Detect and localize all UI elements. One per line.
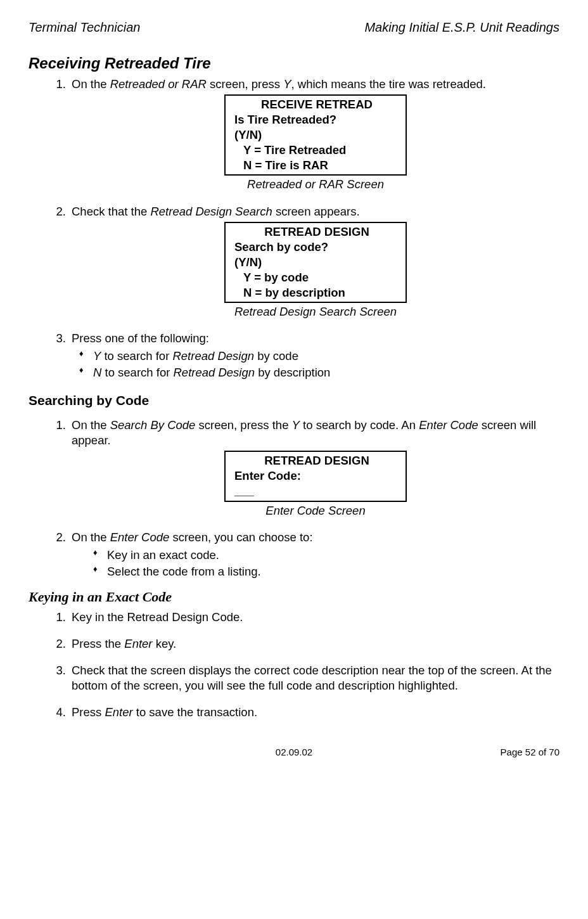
text: to search for — [101, 366, 173, 379]
header-left: Terminal Technician — [29, 19, 140, 35]
screen-ref: Enter Code — [419, 418, 478, 432]
screen-blank: ___ — [234, 484, 399, 499]
keying-list: Key in the Retread Design Code. Press th… — [29, 610, 559, 720]
list-item: Select the code from a listing. — [107, 564, 559, 579]
list-item: N to search for Retread Design by descri… — [93, 365, 559, 380]
keying-step-1: Key in the Retread Design Code. — [69, 610, 559, 625]
key-ref: Y — [283, 77, 291, 91]
key-ref: Y — [292, 418, 300, 432]
text: Press the — [72, 637, 124, 650]
receiving-step-2: Check that the Retread Design Search scr… — [69, 204, 559, 319]
text: to save the transaction. — [133, 705, 257, 719]
screen-title: RETREAD DESIGN — [234, 224, 399, 240]
key-ref: Enter — [124, 637, 152, 650]
retread-design-screen: RETREAD DESIGN Search by code? (Y/N) Y =… — [224, 222, 407, 303]
text: key. — [153, 637, 177, 650]
screen-option: Y = by code — [234, 270, 399, 285]
screen-ref: Enter Code — [110, 530, 170, 544]
screen-option: Y = Tire Retreaded — [234, 143, 399, 158]
key-ref: Y — [93, 349, 101, 363]
screen-caption: Retread Design Search Screen — [72, 304, 559, 319]
searching-list: On the Search By Code screen, press the … — [29, 418, 559, 579]
text: by description — [255, 366, 330, 379]
key-ref: Enter — [105, 705, 132, 719]
bullet-list: Key in an exact code. Select the code fr… — [72, 548, 559, 579]
searching-by-code-title: Searching by Code — [29, 392, 559, 409]
screen-title: RECEIVE RETREAD — [234, 97, 399, 112]
text: Press one of the following: — [72, 331, 209, 345]
text: Check that the — [72, 205, 150, 218]
text: to search by code. An — [300, 418, 419, 432]
screen-ref: Search By Code — [110, 418, 196, 432]
text: by code — [254, 349, 298, 363]
screen-line: Is Tire Retreaded? — [234, 112, 399, 127]
enter-code-screen: RETREAD DESIGN Enter Code: ___ — [224, 451, 407, 501]
screen-caption: Enter Code Screen — [72, 503, 559, 518]
text: screen appears. — [272, 205, 360, 218]
screen-option: N = Tire is RAR — [234, 158, 399, 173]
receiving-step-3: Press one of the following: Y to search … — [69, 331, 559, 380]
footer-page: Page 52 of 70 — [312, 746, 559, 759]
screen-line: (Y/N) — [234, 127, 399, 143]
header-right: Making Initial E.S.P. Unit Readings — [364, 19, 559, 35]
screen-ref: Retread Design — [172, 349, 254, 363]
keying-exact-code-title: Keying in an Exact Code — [29, 588, 559, 607]
screen-option: N = by description — [234, 285, 399, 300]
page-header: Terminal Technician Making Initial E.S.P… — [29, 19, 559, 35]
screen-line: (Y/N) — [234, 255, 399, 270]
text: to search for — [101, 349, 172, 363]
list-item: Key in an exact code. — [107, 548, 559, 563]
screen-caption: Retreaded or RAR Screen — [72, 177, 559, 192]
section-title: Receiving Retreaded Tire — [29, 53, 559, 73]
screen-ref: Retreaded or RAR — [110, 77, 207, 91]
receive-retread-screen: RECEIVE RETREAD Is Tire Retreaded? (Y/N)… — [224, 94, 407, 176]
text: On the — [72, 77, 110, 91]
text: On the — [72, 418, 110, 432]
footer-date: 02.09.02 — [276, 746, 312, 759]
text: Press — [72, 705, 105, 719]
screen-line: Search by code? — [234, 240, 399, 255]
searching-step-2: On the Enter Code screen, you can choose… — [69, 530, 559, 579]
text: , which means the tire was retreaded. — [291, 77, 486, 91]
bullet-list: Y to search for Retread Design by code N… — [72, 349, 559, 380]
footer-spacer — [29, 746, 276, 759]
list-item: Y to search for Retread Design by code — [93, 349, 559, 364]
text: screen, you can choose to: — [169, 530, 312, 544]
page-footer: 02.09.02 Page 52 of 70 — [29, 746, 559, 759]
screen-line: Enter Code: — [234, 468, 399, 484]
text: screen, press — [207, 77, 283, 91]
text: screen, press the — [195, 418, 291, 432]
keying-step-2: Press the Enter key. — [69, 636, 559, 652]
key-ref: N — [93, 366, 101, 379]
screen-title: RETREAD DESIGN — [234, 453, 399, 468]
text: On the — [72, 530, 110, 544]
screen-ref: Retread Design — [173, 366, 255, 379]
keying-step-4: Press Enter to save the transaction. — [69, 705, 559, 720]
screen-ref: Retread Design Search — [150, 205, 272, 218]
searching-step-1: On the Search By Code screen, press the … — [69, 418, 559, 518]
keying-step-3: Check that the screen displays the corre… — [69, 663, 559, 693]
receiving-step-1: On the Retreaded or RAR screen, press Y,… — [69, 77, 559, 192]
receiving-list: On the Retreaded or RAR screen, press Y,… — [29, 77, 559, 380]
